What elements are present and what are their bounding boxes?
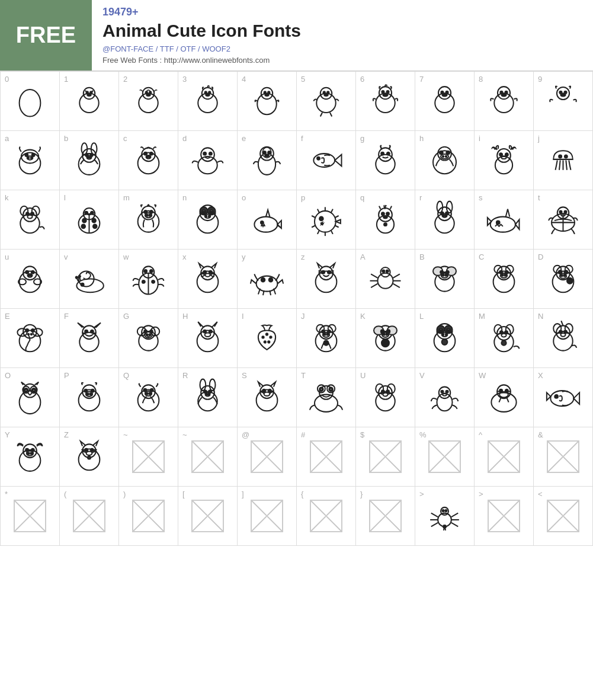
svg-point-339: [257, 390, 278, 411]
glyph-placeholder: [310, 440, 342, 473]
svg-point-235: [31, 329, 34, 332]
glyph-cell: 4: [238, 72, 297, 131]
font-website: Free Web Fonts : http://www.onlinewebfon…: [102, 56, 301, 65]
svg-point-307: [560, 333, 565, 337]
svg-point-383: [88, 456, 91, 459]
glyph-cell: >: [475, 487, 534, 546]
glyph-cell: F: [60, 309, 119, 368]
svg-point-125: [149, 215, 150, 216]
glyph-cell: >: [415, 487, 475, 546]
glyph-cell: Y: [1, 427, 60, 487]
glyph-label: L: [419, 312, 424, 321]
glyph-cell: E: [1, 309, 60, 368]
glyph-icon-deer: [485, 141, 523, 180]
svg-point-10: [146, 91, 148, 93]
glyph-icon-spider: [366, 260, 405, 298]
glyph-label: Y: [5, 430, 10, 439]
glyph-icon-wolf: [188, 319, 227, 357]
glyph-cell: {: [297, 487, 356, 546]
svg-point-75: [203, 152, 206, 155]
glyph-placeholder: [547, 500, 579, 532]
glyph-cell: 3: [178, 72, 238, 131]
glyph-placeholder: [251, 440, 283, 473]
svg-point-15: [205, 91, 207, 93]
svg-point-299: [501, 334, 506, 337]
svg-point-360: [439, 387, 451, 399]
svg-point-193: [269, 278, 273, 282]
svg-point-155: [445, 215, 446, 216]
glyph-label: z: [301, 252, 305, 261]
glyph-label: d: [182, 134, 187, 143]
glyph-icon-beetle: [129, 260, 168, 298]
glyph-icon-bunny: [425, 200, 464, 239]
svg-point-185: [152, 280, 155, 283]
glyph-cell: 7: [415, 72, 475, 131]
glyph-cell: d: [178, 131, 238, 190]
glyph-cell: %: [415, 427, 475, 487]
svg-point-92: [446, 151, 450, 155]
glyph-label: [: [182, 490, 185, 498]
glyph-cell: q: [356, 190, 415, 250]
svg-point-218: [501, 274, 503, 276]
svg-point-321: [86, 393, 88, 395]
glyph-cell: o: [238, 190, 297, 250]
glyph-cell: 2: [119, 72, 178, 131]
glyph-icon-chick4: [248, 82, 286, 120]
svg-point-314: [25, 389, 27, 391]
glyph-label: X: [538, 371, 543, 380]
svg-point-228: [563, 274, 565, 276]
glyph-cell: j: [534, 131, 593, 190]
svg-point-211: [493, 271, 515, 293]
glyph-label: M: [479, 312, 485, 321]
glyph-placeholder: [132, 440, 165, 473]
glyph-label: f: [301, 134, 303, 143]
glyph-label: ^: [479, 430, 482, 439]
glyph-cell: h: [415, 131, 475, 190]
svg-point-98: [499, 153, 502, 156]
svg-point-300: [501, 341, 506, 346]
glyph-label: k: [5, 193, 9, 202]
svg-point-27: [324, 94, 328, 96]
glyph-label: ~: [182, 430, 187, 439]
svg-point-72: [149, 156, 150, 158]
glyph-label: B: [419, 252, 425, 261]
svg-point-69: [150, 152, 153, 155]
svg-point-270: [323, 341, 328, 346]
svg-line-28: [320, 113, 322, 117]
glyph-cell: a: [1, 131, 60, 190]
glyph-label: I: [242, 312, 244, 321]
svg-point-210: [445, 274, 447, 276]
svg-point-44: [501, 94, 506, 97]
svg-point-161: [565, 210, 567, 213]
glyph-cell: Q: [119, 368, 178, 427]
glyph-cell: z: [297, 250, 356, 309]
glyph-label: m: [123, 193, 130, 202]
svg-point-279: [386, 333, 387, 335]
svg-point-257: [266, 333, 268, 335]
glyph-icon-bull: [11, 437, 49, 476]
glyph-placeholder: [251, 500, 283, 532]
glyph-cell: g: [356, 131, 415, 190]
svg-point-17: [206, 94, 210, 96]
svg-point-268: [323, 333, 325, 335]
svg-point-67: [142, 148, 155, 161]
svg-point-34: [383, 94, 387, 97]
svg-point-322: [89, 393, 91, 395]
glyph-label: v: [64, 252, 68, 261]
glyph-label: 3: [182, 75, 187, 84]
glyph-icon-chick7: [425, 82, 464, 120]
svg-point-65: [89, 156, 91, 158]
glyph-icon-monkey: [129, 319, 168, 357]
header-info: 19479+ Animal Cute Icon Fonts @FONT-FACE…: [92, 0, 312, 71]
glyph-cell: X: [534, 368, 593, 427]
glyph-cell: U: [356, 368, 415, 427]
glyph-cell: e: [238, 131, 297, 190]
svg-point-250: [149, 334, 150, 335]
svg-point-189: [209, 271, 212, 274]
svg-point-249: [146, 334, 148, 335]
glyph-label: (: [64, 490, 66, 498]
glyph-cell: N: [534, 309, 593, 368]
glyph-icon-panda: [188, 200, 227, 239]
glyph-cell: ~: [178, 427, 238, 487]
glyph-cell: V: [415, 368, 475, 427]
